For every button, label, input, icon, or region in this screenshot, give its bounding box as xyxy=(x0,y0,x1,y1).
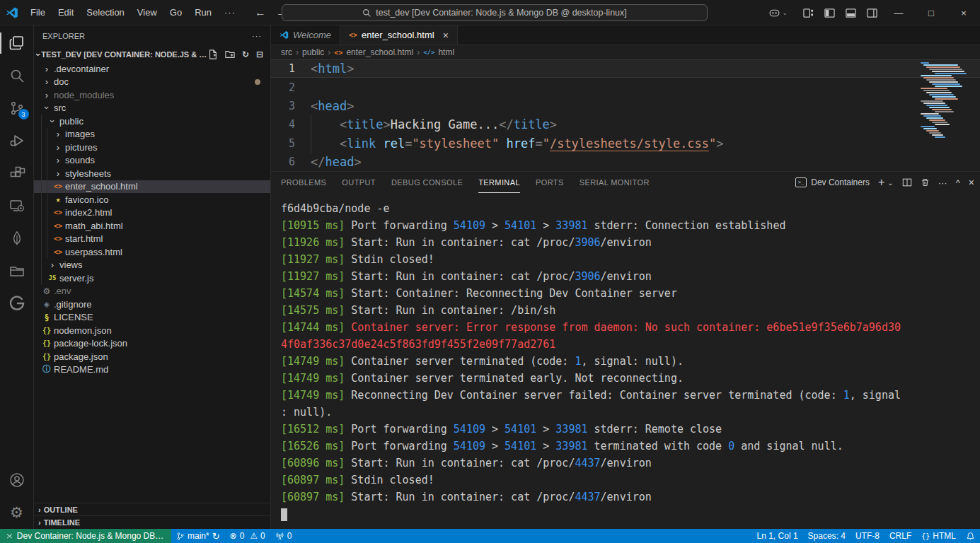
command-center-search[interactable]: test_dev [Dev Container: Node.js & Mongo… xyxy=(282,4,708,21)
collapse-all-icon[interactable]: ⊟ xyxy=(256,49,263,59)
tree-item-src[interactable]: ›src xyxy=(34,102,270,115)
encoding-indicator[interactable]: UTF-8 xyxy=(851,529,884,543)
menu-edit[interactable]: Edit xyxy=(52,4,80,21)
new-folder-icon[interactable] xyxy=(225,49,235,59)
terminal-selector[interactable]: >_ Dev Containers xyxy=(795,177,870,187)
ports-indicator[interactable]: 0 xyxy=(270,529,297,543)
toggle-sidebar-icon[interactable] xyxy=(819,4,840,22)
remote-indicator[interactable]: Dev Container: Node.js & Mongo DB @ desk… xyxy=(0,529,171,543)
tree-item-public[interactable]: ›public xyxy=(34,115,270,128)
tree-item-sounds[interactable]: ›sounds xyxy=(34,154,270,168)
cursor-position[interactable]: Ln 1, Col 1 xyxy=(752,529,803,543)
timeline-section[interactable]: › TIMELINE xyxy=(34,516,270,529)
containers-icon[interactable] xyxy=(0,255,34,287)
mongodb-icon[interactable] xyxy=(0,222,34,255)
panel-maximize-icon[interactable]: ^ xyxy=(956,177,960,188)
panel-tab-serial-monitor[interactable]: SERIAL MONITOR xyxy=(580,172,650,193)
panel-tab-debug-console[interactable]: DEBUG CONSOLE xyxy=(391,172,463,193)
copilot-chevron-icon[interactable]: ⌄ xyxy=(782,9,788,16)
tab-enter-school-html[interactable]: <> enter_school.html × xyxy=(340,25,458,45)
toggle-secondary-sidebar-icon[interactable] xyxy=(861,4,882,22)
tree-item--devcontainer[interactable]: ›.devcontainer xyxy=(34,62,270,76)
tree-item-license[interactable]: §LICENSE xyxy=(34,311,270,325)
tree-item-userpass-html[interactable]: <>userpass.html xyxy=(34,245,270,259)
search-icon[interactable] xyxy=(0,59,34,92)
code-line-1[interactable]: 1<html> xyxy=(271,59,980,78)
breadcrumb-src[interactable]: src xyxy=(281,47,292,57)
tree-item-package-lock-json[interactable]: {}package-lock.json xyxy=(34,337,270,351)
split-terminal-icon[interactable] xyxy=(902,177,912,187)
language-mode[interactable]: {} HTML xyxy=(916,529,961,543)
nav-back-icon[interactable]: ← xyxy=(255,6,266,19)
tree-item-enter-school-html[interactable]: <>enter_school.html xyxy=(34,180,270,194)
explorer-icon[interactable] xyxy=(0,27,34,59)
notifications-bell[interactable] xyxy=(961,529,980,543)
tree-item--gitignore[interactable]: ◈.gitignore xyxy=(34,298,270,311)
breadcrumb-public[interactable]: public xyxy=(302,47,324,57)
gitlens-icon[interactable] xyxy=(0,287,34,320)
problems-indicator[interactable]: ⊗ 0 ⚠ 0 xyxy=(225,529,270,543)
eol-indicator[interactable]: CRLF xyxy=(884,529,916,543)
menu-file[interactable]: File xyxy=(24,4,52,21)
panel-tab-problems[interactable]: PROBLEMS xyxy=(281,172,326,193)
code-line-2[interactable]: 2 xyxy=(271,78,980,96)
customize-layout-icon[interactable] xyxy=(797,4,819,22)
tree-item-package-json[interactable]: {}package.json xyxy=(34,350,270,363)
remote-explorer-icon[interactable] xyxy=(0,189,34,222)
menu-run[interactable]: Run xyxy=(188,4,218,21)
menu-more[interactable]: ··· xyxy=(218,7,242,18)
tree-item-stylesheets[interactable]: ›stylesheets xyxy=(34,167,270,180)
tree-item-node-modules[interactable]: ›node_modules xyxy=(34,88,270,102)
breadcrumb-file[interactable]: enter_school.html xyxy=(346,47,413,57)
explorer-more-actions[interactable]: ··· xyxy=(252,32,262,40)
panel-close-icon[interactable]: × xyxy=(969,177,974,188)
workspace-section-header[interactable]: › TEST_DEV [DEV CONTAINER: NODE.JS & MON… xyxy=(34,47,270,62)
outline-section[interactable]: › OUTLINE xyxy=(34,503,270,516)
branch-indicator[interactable]: main* ↻ xyxy=(171,529,225,543)
tree-item-server-js[interactable]: JSserver.js xyxy=(34,272,270,285)
panel-more-icon[interactable]: ··· xyxy=(938,177,947,188)
menu-view[interactable]: View xyxy=(131,4,163,21)
refresh-icon[interactable]: ↻ xyxy=(242,49,249,59)
tab-close-icon[interactable]: × xyxy=(443,30,449,41)
tree-item-images[interactable]: ›images xyxy=(34,128,270,141)
tree-item--env[interactable]: ⚙.env xyxy=(34,285,270,298)
source-control-icon[interactable]: 3 xyxy=(0,92,34,124)
tree-item-readme-md[interactable]: ⓘREADME.md xyxy=(34,363,270,377)
terminal-output[interactable]: f6d4b9cba/node -e[10915 ms] Port forward… xyxy=(271,193,980,529)
code-editor[interactable]: 1<html>23<head>4 <title>Hacking Game...<… xyxy=(271,59,980,171)
settings-gear-icon[interactable]: ⚙ xyxy=(0,496,34,529)
menu-selection[interactable]: Selection xyxy=(80,4,130,21)
new-file-icon[interactable] xyxy=(208,49,218,59)
code-line-4[interactable]: 4 <title>Hacking Game...</title> xyxy=(271,115,980,134)
tree-item-views[interactable]: ›views xyxy=(34,259,270,272)
window-close-button[interactable]: × xyxy=(947,0,980,25)
tab-welcome[interactable]: Welcome xyxy=(271,25,340,45)
tree-item-math-abi-html[interactable]: <>math_abi.html xyxy=(34,219,270,233)
panel-tab-output[interactable]: OUTPUT xyxy=(342,172,376,193)
accounts-icon[interactable] xyxy=(0,464,34,496)
panel-tab-terminal[interactable]: TERMINAL xyxy=(478,172,520,193)
indentation-indicator[interactable]: Spaces: 4 xyxy=(803,529,851,543)
tree-item-pictures[interactable]: ›pictures xyxy=(34,141,270,154)
tree-item-index2-html[interactable]: <>index2.html xyxy=(34,206,270,220)
panel-tab-ports[interactable]: PORTS xyxy=(536,172,564,193)
minimap[interactable] xyxy=(919,62,964,139)
tree-item-favicon-ico[interactable]: ★favicon.ico xyxy=(34,193,270,206)
tree-item-doc[interactable]: ›doc xyxy=(34,76,270,89)
code-line-6[interactable]: 6</head> xyxy=(271,153,980,171)
menu-go[interactable]: Go xyxy=(163,4,188,21)
breadcrumb-symbol[interactable]: html xyxy=(438,47,454,57)
tree-item-start-html[interactable]: <>start.html xyxy=(34,233,270,246)
new-terminal-icon[interactable]: + xyxy=(878,176,884,189)
toggle-panel-icon[interactable] xyxy=(840,4,861,22)
terminal-dropdown-icon[interactable]: ⌄ xyxy=(887,179,893,187)
code-line-3[interactable]: 3<head> xyxy=(271,97,980,115)
window-maximize-button[interactable]: □ xyxy=(915,0,947,25)
tree-item-nodemon-json[interactable]: {}nodemon.json xyxy=(34,324,270,337)
window-minimize-button[interactable]: — xyxy=(882,0,915,25)
run-and-debug-icon[interactable] xyxy=(0,124,34,157)
kill-terminal-icon[interactable] xyxy=(921,177,930,187)
code-line-5[interactable]: 5 <link rel="stylesheet" href="/styleshe… xyxy=(271,134,980,153)
extensions-icon[interactable] xyxy=(0,157,34,189)
